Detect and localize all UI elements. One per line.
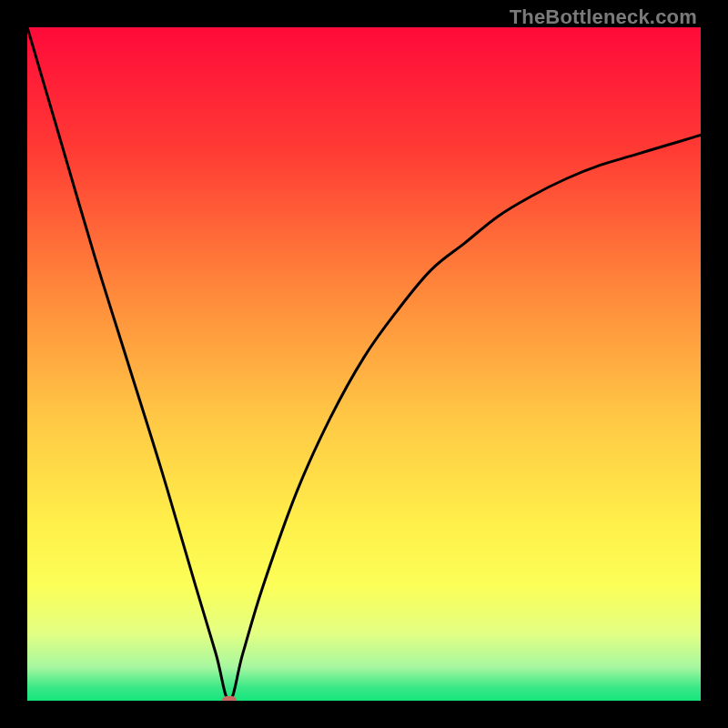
plot-area: [27, 27, 701, 701]
chart-frame: TheBottleneck.com: [0, 0, 728, 728]
minimum-marker: [222, 696, 237, 701]
bottleneck-curve: [27, 27, 701, 701]
watermark-text: TheBottleneck.com: [510, 5, 697, 29]
